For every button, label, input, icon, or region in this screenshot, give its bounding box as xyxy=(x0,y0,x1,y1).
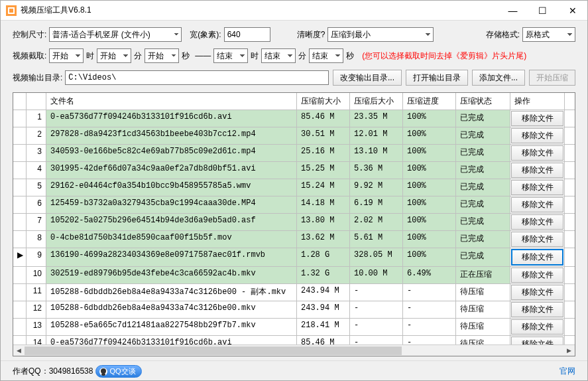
table-row[interactable]: 11105288-6dbddb26eb8a4e8a9433a74c3126be0… xyxy=(13,284,575,301)
cell-status: 待压缩 xyxy=(456,301,510,318)
table-row[interactable]: 12105288-6dbddb26eb8a4e8a9433a74c3126be0… xyxy=(13,301,575,319)
cell-status: 已完成 xyxy=(456,110,510,127)
minimize-button[interactable]: — xyxy=(498,1,528,20)
end-min-select[interactable]: 结束 xyxy=(261,48,296,63)
row-number: 13 xyxy=(27,319,46,335)
cell-before: 85.46 M xyxy=(297,336,350,344)
row-indicator xyxy=(13,110,27,127)
remove-file-button[interactable]: 移除文件 xyxy=(511,337,563,344)
scroll-right-icon[interactable]: ▶ xyxy=(563,345,575,356)
col-progress[interactable]: 压缩进度 xyxy=(403,93,456,110)
outdir-input[interactable] xyxy=(65,70,329,85)
remove-file-button[interactable]: 移除文件 xyxy=(511,232,563,247)
col-after[interactable]: 压缩后大小 xyxy=(350,93,403,110)
cell-after: - xyxy=(350,301,403,318)
cell-before: 243.94 M xyxy=(297,284,350,301)
change-outdir-button[interactable]: 改变输出目录... xyxy=(333,70,402,86)
size-select[interactable]: 普清-适合手机竖屏 (文件小) xyxy=(49,27,182,42)
row-indicator xyxy=(13,284,27,301)
author-text: 作者QQ：3049816538 xyxy=(13,366,93,377)
open-outdir-button[interactable]: 打开输出目录 xyxy=(406,70,468,86)
table-row[interactable]: ▶9136190-4699a28234034369e8e09717587aec0… xyxy=(13,248,575,267)
cell-before: 1.28 G xyxy=(297,248,350,266)
col-filename[interactable]: 文件名 xyxy=(46,93,297,110)
qq-badge[interactable]: QQ交谈 xyxy=(95,365,141,378)
remove-file-button[interactable]: 移除文件 xyxy=(511,111,563,126)
cell-before: 15.25 M xyxy=(297,162,350,179)
start-sec-select[interactable]: 开始 xyxy=(145,48,179,63)
col-status[interactable]: 压缩状态 xyxy=(456,93,510,110)
row-number: 8 xyxy=(27,231,46,248)
cell-filename: 29162-e04464cf0a354b10bcc9b458955785a5.w… xyxy=(46,179,297,196)
remove-file-button[interactable]: 移除文件 xyxy=(511,267,563,283)
col-before[interactable]: 压缩前大小 xyxy=(297,93,350,110)
cell-status: 待压缩 xyxy=(456,336,510,344)
row-number: 5 xyxy=(27,179,46,196)
cell-before: 25.16 M xyxy=(297,145,350,161)
remove-file-button[interactable]: 移除文件 xyxy=(511,145,563,161)
table-row[interactable]: 2297828-d8a9423f1cd34563b1beebe403b7cc12… xyxy=(13,127,575,145)
table-row[interactable]: 13105288-e5a665c7d121481aa8227548bb29f7b… xyxy=(13,319,575,336)
row-indicator xyxy=(13,162,27,179)
remove-file-button[interactable]: 移除文件 xyxy=(511,214,563,230)
col-op[interactable]: 操作 xyxy=(510,93,565,110)
table-row[interactable]: 3340593-0e166be5c82c4e69ab77b85c09e2d61c… xyxy=(13,145,575,162)
format-select[interactable]: 原格式 xyxy=(522,27,575,42)
remove-file-button[interactable]: 移除文件 xyxy=(511,249,563,266)
cell-filename: 0-4cbe81d750b341de8590caaf00f15b5f.mov xyxy=(46,231,297,248)
cell-after: 5.61 M xyxy=(350,231,403,248)
scroll-left-icon[interactable]: ◀ xyxy=(13,345,25,356)
row-capture: 视频截取: 开始 时 开始 分 开始 秒 —— 结束 时 结束 分 结束 秒 (… xyxy=(13,48,575,63)
cell-status: 已完成 xyxy=(456,127,510,144)
cell-filename: 105288-e5a665c7d121481aa8227548bb29f7b7.… xyxy=(46,319,297,335)
cell-status: 已完成 xyxy=(456,145,510,161)
cell-after: 5.36 M xyxy=(350,162,403,179)
start-min-select[interactable]: 开始 xyxy=(97,48,131,63)
end-hour-select[interactable]: 结束 xyxy=(213,48,248,63)
remove-file-button[interactable]: 移除文件 xyxy=(511,285,563,300)
official-link[interactable]: 官网 xyxy=(559,366,575,377)
row-indicator xyxy=(13,336,27,344)
horizontal-scrollbar[interactable]: ◀ ▶ xyxy=(13,344,575,356)
qq-icon xyxy=(99,367,108,376)
clarity-select[interactable]: 压缩到最小 xyxy=(327,27,434,42)
maximize-button[interactable]: ☐ xyxy=(528,1,558,20)
remove-file-button[interactable]: 移除文件 xyxy=(511,197,563,212)
table-row[interactable]: 80-4cbe81d750b341de8590caaf00f15b5f.mov1… xyxy=(13,231,575,248)
remove-file-button[interactable]: 移除文件 xyxy=(511,302,563,317)
table-row[interactable]: 4301995-42def66d07a34c9aa0ef2a7db8d0bf51… xyxy=(13,162,575,179)
width-input[interactable] xyxy=(224,27,270,42)
close-button[interactable]: ✕ xyxy=(558,1,587,20)
remove-file-button[interactable]: 移除文件 xyxy=(511,163,563,178)
cell-status: 已完成 xyxy=(456,196,510,213)
table-row[interactable]: 7105202-5a0275b296e64514b94de3d6a9eb5ad0… xyxy=(13,214,575,231)
cell-before: 243.94 M xyxy=(297,301,350,318)
svg-point-5 xyxy=(101,373,105,376)
label-outdir: 视频输出目录: xyxy=(13,72,62,84)
remove-file-button[interactable]: 移除文件 xyxy=(511,128,563,143)
start-compress-button[interactable]: 开始压缩 xyxy=(529,70,575,86)
table-row[interactable]: 10302519-ed89796b95de43febe4c3ca66592ac4… xyxy=(13,267,575,284)
remove-file-button[interactable]: 移除文件 xyxy=(511,180,563,195)
start-hour-select[interactable]: 开始 xyxy=(49,48,84,63)
end-sec-select[interactable]: 结束 xyxy=(309,48,343,63)
titlebar: 视频压缩工具V6.8.1 — ☐ ✕ xyxy=(1,1,587,21)
cell-before: 14.18 M xyxy=(297,196,350,213)
row-number: 11 xyxy=(27,284,46,301)
row-indicator xyxy=(13,214,27,230)
cell-progress: 100% xyxy=(403,231,456,248)
table-row[interactable]: 6125459-b3732a0a3279435cba9c1994caaa30de… xyxy=(13,196,575,214)
label-width: 宽(象素): xyxy=(190,29,221,40)
cell-filename: 302519-ed89796b95de43febe4c3ca66592ac4b.… xyxy=(46,267,297,283)
table-row[interactable]: 10-ea5736d77f094246b3133101f916cd6b.avi8… xyxy=(13,110,575,127)
cell-status: 已完成 xyxy=(456,248,510,266)
remove-file-button[interactable]: 移除文件 xyxy=(511,319,563,335)
row-number: 10 xyxy=(27,267,46,283)
table-row[interactable]: 529162-e04464cf0a354b10bcc9b458955785a5.… xyxy=(13,179,575,196)
add-file-button[interactable]: 添加文件... xyxy=(472,70,525,86)
cell-progress: 100% xyxy=(403,127,456,144)
cell-after: - xyxy=(350,284,403,301)
cell-filename: 105288-6dbddb26eb8a4e8a9433a74c3126be00.… xyxy=(46,301,297,318)
table-row[interactable]: 140-ea5736d77f094246b3133101f916cd6b.avi… xyxy=(13,336,575,344)
row-size: 控制尺寸: 普清-适合手机竖屏 (文件小) 宽(象素): 清晰度? 压缩到最小 … xyxy=(13,27,575,42)
